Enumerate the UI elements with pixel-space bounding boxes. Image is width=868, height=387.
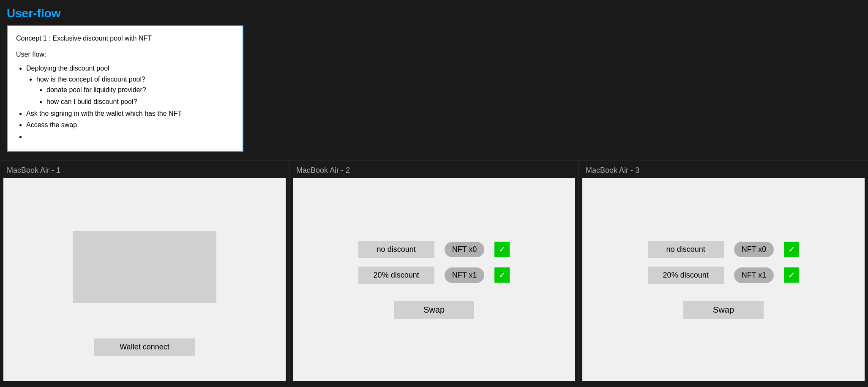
macbook-2-column: MacBook Air - 2 no discount NFT x0 ✓ 20%… xyxy=(289,161,579,381)
nft-x1-badge-3: NFT x1 xyxy=(734,267,774,283)
list-item-access-swap: Access the swap xyxy=(26,120,234,131)
list-item: how is the concept of discount pool? don… xyxy=(36,74,234,107)
list-item: Ask the signing in with the wallet which… xyxy=(26,108,234,119)
list-item-empty xyxy=(26,131,234,142)
swap-button-3[interactable]: Swap xyxy=(683,301,764,319)
macbook-1-column: MacBook Air - 1 Wallet connect xyxy=(0,161,289,381)
list-item: how can I build discount pool? xyxy=(46,96,234,107)
concept-box: Concept 1 : Exclusive discount pool with… xyxy=(7,25,243,152)
discount-rows-group-3: no discount NFT x0 ✓ 20% discount NFT x1… xyxy=(648,241,800,284)
twenty-discount-label-3: 20% discount xyxy=(648,267,724,284)
discount-row-3: no discount NFT x0 ✓ xyxy=(648,241,800,258)
macbook-2-label: MacBook Air - 2 xyxy=(289,164,579,178)
check-icon-2: ✓ xyxy=(494,267,510,283)
list-item: donate pool for liquidity provider? xyxy=(46,84,234,95)
check-icon-4: ✓ xyxy=(784,267,799,283)
page-title: User-flow xyxy=(7,7,861,20)
swap-button-2[interactable]: Swap xyxy=(394,301,474,319)
top-section: User-flow Concept 1 : Exclusive discount… xyxy=(0,0,868,161)
twenty-discount-label: 20% discount xyxy=(358,267,434,284)
sub-sub-list: donate pool for liquidity provider? how … xyxy=(36,84,234,107)
list-item-text: how is the concept of discount pool? xyxy=(36,76,145,83)
macbook-3-label: MacBook Air - 3 xyxy=(579,164,868,178)
list-item-text: Ask the signing in with the wallet which… xyxy=(26,110,182,117)
list-item-text: how can I build discount pool? xyxy=(46,98,137,105)
concept-title: Concept 1 : Exclusive discount pool with… xyxy=(16,33,234,44)
discount-rows-group: no discount NFT x0 ✓ 20% discount NFT x1… xyxy=(358,241,510,284)
macbook-3-content: no discount NFT x0 ✓ 20% discount NFT x1… xyxy=(582,228,865,332)
list-item-text: donate pool for liquidity provider? xyxy=(46,86,146,93)
list-item-text: Deploying the discount pool xyxy=(26,65,109,72)
discount-row-2: 20% discount NFT x1 ✓ xyxy=(358,267,510,284)
bottom-section: MacBook Air - 1 Wallet connect MacBook A… xyxy=(0,161,868,381)
wallet-connect-button[interactable]: Wallet connect xyxy=(94,338,194,356)
image-placeholder xyxy=(73,231,216,303)
nft-x1-badge: NFT x1 xyxy=(445,267,485,283)
check-icon-1: ✓ xyxy=(494,242,510,257)
access-swap-text: Access the swap xyxy=(26,121,77,128)
sub-list: how is the concept of discount pool? don… xyxy=(26,74,234,107)
nft-x0-badge: NFT x0 xyxy=(445,242,485,257)
list-item: Deploying the discount pool how is the c… xyxy=(26,63,234,107)
macbook-2-content: no discount NFT x0 ✓ 20% discount NFT x1… xyxy=(293,228,575,332)
nft-x0-badge-3: NFT x0 xyxy=(734,242,774,257)
discount-row-4: 20% discount NFT x1 ✓ xyxy=(648,267,800,284)
main-bullet-list: Deploying the discount pool how is the c… xyxy=(16,63,234,142)
macbook-1-screen: Wallet connect xyxy=(3,178,286,381)
user-flow-label: User flow: xyxy=(16,49,234,60)
macbook-1-label: MacBook Air - 1 xyxy=(0,164,289,178)
macbook-2-screen: no discount NFT x0 ✓ 20% discount NFT x1… xyxy=(293,178,575,381)
check-icon-3: ✓ xyxy=(784,242,799,257)
no-discount-label: no discount xyxy=(358,241,434,258)
macbook-3-screen: no discount NFT x0 ✓ 20% discount NFT x1… xyxy=(582,178,865,381)
discount-row-1: no discount NFT x0 ✓ xyxy=(358,241,510,258)
macbook-3-column: MacBook Air - 3 no discount NFT x0 ✓ 20%… xyxy=(579,161,868,381)
no-discount-label-3: no discount xyxy=(648,241,724,258)
